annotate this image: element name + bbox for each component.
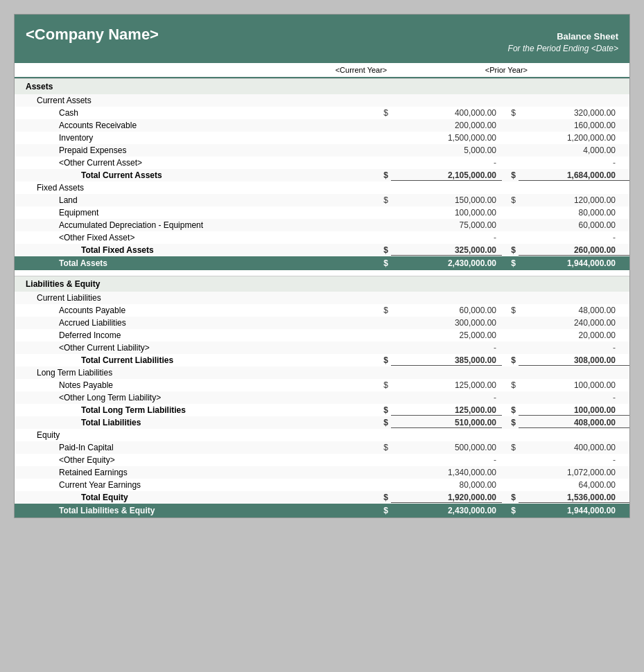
other-equity-label: <Other Equity> <box>15 455 370 465</box>
total-cl-prior: 308,000.00 <box>519 355 629 366</box>
fixed-assets-label: Fixed Assets <box>15 183 370 193</box>
report-title: Balance Sheet <box>508 30 618 43</box>
equipment-current: 100,000.00 <box>391 208 502 218</box>
total-equity-row: Total Equity $ 1,920,000.00 $ 1,536,000.… <box>15 491 629 504</box>
other-lt-prior: - <box>519 393 629 403</box>
accrued-current: 300,000.00 <box>391 318 502 328</box>
accum-dep-label: Accumulated Depreciation - Equipment <box>15 220 370 230</box>
header-right: Balance Sheet For the Period Ending <Dat… <box>508 30 618 55</box>
total-assets-dollar: $ <box>370 258 391 268</box>
total-le-dollar: $ <box>370 506 391 515</box>
total-current-assets-row: Total Current Assets $ 2,105,000.00 $ 1,… <box>15 169 629 182</box>
accounts-payable-label: Accounts Payable <box>15 306 370 315</box>
deferred-income-label: Deferred Income <box>15 330 370 340</box>
cash-row: Cash $ 400,000.00 $ 320,000.00 <box>15 107 629 119</box>
land-current: 150,000.00 <box>391 195 502 205</box>
total-cl-dollar: $ <box>370 355 391 365</box>
np-current: 125,000.00 <box>391 380 502 390</box>
total-lt-dollar2: $ <box>502 405 519 415</box>
np-prior: 100,000.00 <box>519 380 629 390</box>
total-ca-prior: 1,684,000.00 <box>519 170 629 181</box>
total-eq-current: 1,920,000.00 <box>391 493 502 503</box>
total-eq-dollar: $ <box>370 493 391 502</box>
ar-label: Accounts Receivable <box>15 121 370 130</box>
total-assets-row: Total Assets $ 2,430,000.00 $ 1,944,000.… <box>15 256 629 270</box>
land-row: Land $ 150,000.00 $ 120,000.00 <box>15 194 629 206</box>
cye-prior: 64,000.00 <box>519 480 629 490</box>
fixed-assets-label-row: Fixed Assets <box>15 182 629 194</box>
report-subtitle: For the Period Ending <Date> <box>508 43 618 55</box>
total-eq-dollar2: $ <box>502 493 519 502</box>
land-dollar: $ <box>370 195 391 205</box>
other-eq-prior: - <box>519 455 629 465</box>
prepaid-current: 5,000.00 <box>391 145 502 155</box>
total-fa-label: Total Fixed Assets <box>15 245 370 255</box>
current-liabilities-label: Current Liabilities <box>15 293 370 303</box>
total-assets-dollar2: $ <box>502 258 519 268</box>
total-liabilities-label: Total Liabilities <box>15 418 370 427</box>
other-current-liability-row: <Other Current Liability> - - <box>15 342 629 354</box>
ap-prior: 48,000.00 <box>519 306 629 315</box>
total-fa-prior: 260,000.00 <box>519 245 629 256</box>
prepaid-prior: 4,000.00 <box>519 145 629 155</box>
total-lt-prior: 100,000.00 <box>519 405 629 416</box>
equipment-label: Equipment <box>15 208 370 218</box>
total-ca-label: Total Current Assets <box>15 170 370 180</box>
cash-current: 400,000.00 <box>391 108 502 118</box>
retained-earnings-label: Retained Earnings <box>15 468 370 477</box>
inventory-prior: 1,200,000.00 <box>519 133 629 143</box>
total-cl-label: Total Current Liabilities <box>15 355 370 365</box>
land-dollar2: $ <box>502 195 519 205</box>
current-assets-label: Current Assets <box>15 96 370 105</box>
pic-current: 500,000.00 <box>391 443 502 452</box>
deferred-prior: 20,000.00 <box>519 330 629 340</box>
total-lt-label: Total Long Term Liabilities <box>15 405 370 415</box>
total-fa-current: 325,000.00 <box>391 245 502 256</box>
total-ca-dollar2: $ <box>502 170 519 180</box>
accum-dep-current: 75,000.00 <box>391 220 502 230</box>
ap-dollar2: $ <box>502 306 519 315</box>
current-year-col-header: <Current Year> <box>306 66 417 74</box>
current-liabilities-label-row: Current Liabilities <box>15 292 629 304</box>
ar-current: 200,000.00 <box>391 121 502 130</box>
other-fixed-label: <Other Fixed Asset> <box>15 233 370 242</box>
inventory-row: Inventory 1,500,000.00 1,200,000.00 <box>15 132 629 144</box>
land-label: Land <box>15 195 370 205</box>
total-liab-dollar: $ <box>370 418 391 427</box>
total-lt-current: 125,000.00 <box>391 405 502 416</box>
total-le-dollar2: $ <box>502 506 519 515</box>
total-liab-current: 510,000.00 <box>391 418 502 428</box>
other-fa-current: - <box>391 233 502 242</box>
other-ca-current: - <box>391 158 502 168</box>
other-cl-label: <Other Current Liability> <box>15 343 370 353</box>
current-assets-label-row: Current Assets <box>15 94 629 107</box>
accrued-liabilities-row: Accrued Liabilities 300,000.00 240,000.0… <box>15 317 629 329</box>
total-liabilities-row: Total Liabilities $ 510,000.00 $ 408,000… <box>15 416 629 429</box>
total-ca-current: 2,105,000.00 <box>391 170 502 181</box>
current-year-earnings-row: Current Year Earnings 80,000.00 64,000.0… <box>15 479 629 491</box>
total-current-liabilities-row: Total Current Liabilities $ 385,000.00 $… <box>15 354 629 366</box>
total-cl-dollar2: $ <box>502 355 519 365</box>
re-current: 1,340,000.00 <box>391 468 502 477</box>
paid-in-capital-label: Paid-In Capital <box>15 443 370 452</box>
pic-dollar2: $ <box>502 443 519 452</box>
total-le-label: Total Liabilities & Equity <box>15 506 370 515</box>
lt-liabilities-label: Long Term Liabilities <box>15 368 370 378</box>
total-fa-dollar: $ <box>370 245 391 255</box>
spacer1 <box>15 270 629 276</box>
cye-current: 80,000.00 <box>391 480 502 490</box>
other-eq-current: - <box>391 455 502 465</box>
liabilities-equity-section-header: Liabilities & Equity <box>15 276 629 292</box>
lt-liabilities-label-row: Long Term Liabilities <box>15 366 629 379</box>
land-prior: 120,000.00 <box>519 195 629 205</box>
current-year-earnings-label: Current Year Earnings <box>15 480 370 490</box>
company-name: <Company Name> <box>26 23 159 44</box>
pic-dollar: $ <box>370 443 391 452</box>
prepaid-row: Prepaid Expenses 5,000.00 4,000.00 <box>15 144 629 157</box>
prior-year-col-header: <Prior Year> <box>417 66 541 74</box>
cash-prior: 320,000.00 <box>519 108 629 118</box>
other-equity-row: <Other Equity> - - <box>15 454 629 466</box>
np-dollar2: $ <box>502 380 519 390</box>
total-liabilities-equity-row: Total Liabilities & Equity $ 2,430,000.0… <box>15 504 629 518</box>
other-lt-current: - <box>391 393 502 403</box>
